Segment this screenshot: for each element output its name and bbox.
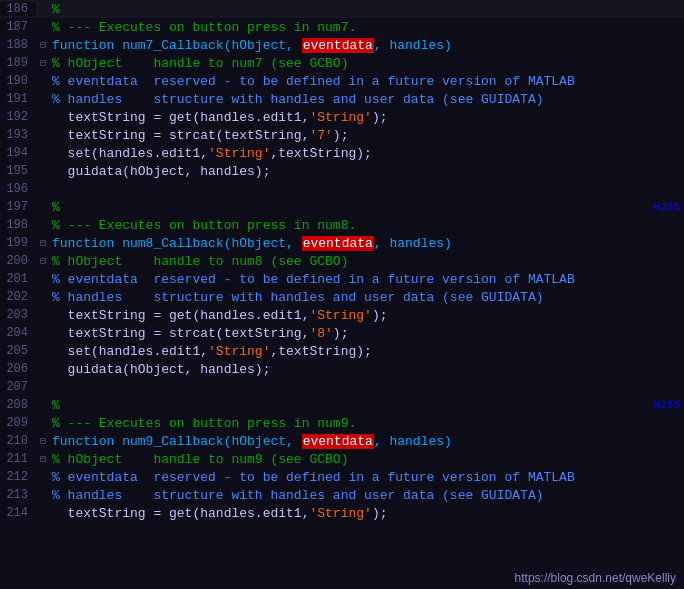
code-line-211: 211⊟% hObject handle to num9 (see GCBO) bbox=[0, 450, 684, 468]
code-content: set(handles.edit1,'String',textString); bbox=[50, 146, 684, 161]
line-number: 192 bbox=[0, 110, 36, 124]
code-line-209: 209% --- Executes on button press in num… bbox=[0, 414, 684, 432]
line-number: 195 bbox=[0, 164, 36, 178]
code-content: textString = strcat(textString,'7'); bbox=[50, 128, 684, 143]
code-line-187: 187% --- Executes on button press in num… bbox=[0, 18, 684, 36]
code-line-198: 198% --- Executes on button press in num… bbox=[0, 216, 684, 234]
code-content: textString = get(handles.edit1,'String')… bbox=[50, 308, 684, 323]
code-line-203: 203 textString = get(handles.edit1,'Stri… bbox=[0, 306, 684, 324]
code-content: function num9_Callback(hObject, eventdat… bbox=[50, 434, 684, 449]
fold-icon[interactable]: ⊟ bbox=[36, 435, 50, 447]
line-number: 196 bbox=[0, 182, 36, 196]
line-number: 214 bbox=[0, 506, 36, 520]
code-line-197: 197%H255 bbox=[0, 198, 684, 216]
code-lines: 186%187% --- Executes on button press in… bbox=[0, 0, 684, 522]
code-line-191: 191% handles structure with handles and … bbox=[0, 90, 684, 108]
code-line-201: 201% eventdata reserved - to be defined … bbox=[0, 270, 684, 288]
code-line-213: 213% handles structure with handles and … bbox=[0, 486, 684, 504]
code-line-204: 204 textString = strcat(textString,'8'); bbox=[0, 324, 684, 342]
code-line-196: 196 bbox=[0, 180, 684, 198]
line-number: 188 bbox=[0, 38, 36, 52]
code-content: % handles structure with handles and use… bbox=[50, 92, 684, 107]
line-number: 208 bbox=[0, 398, 36, 412]
code-content: textString = get(handles.edit1,'String')… bbox=[50, 506, 684, 521]
line-number: 193 bbox=[0, 128, 36, 142]
fold-icon[interactable]: ⊟ bbox=[36, 255, 50, 267]
line-number: 205 bbox=[0, 344, 36, 358]
code-content: % eventdata reserved - to be defined in … bbox=[50, 74, 684, 89]
line-number: 207 bbox=[0, 380, 36, 394]
line-number: 189 bbox=[0, 56, 36, 70]
code-content: % eventdata reserved - to be defined in … bbox=[50, 470, 684, 485]
code-content: textString = get(handles.edit1,'String')… bbox=[50, 110, 684, 125]
line-number: 203 bbox=[0, 308, 36, 322]
line-number: 198 bbox=[0, 218, 36, 232]
line-number: 186 bbox=[0, 2, 36, 16]
line-number: 206 bbox=[0, 362, 36, 376]
line-number: 190 bbox=[0, 74, 36, 88]
line-number: 209 bbox=[0, 416, 36, 430]
code-line-205: 205 set(handles.edit1,'String',textStrin… bbox=[0, 342, 684, 360]
line-number: 199 bbox=[0, 236, 36, 250]
code-content: % hObject handle to num8 (see GCBO) bbox=[50, 254, 684, 269]
code-line-202: 202% handles structure with handles and … bbox=[0, 288, 684, 306]
code-line-188: 188⊟function num7_Callback(hObject, even… bbox=[0, 36, 684, 54]
code-line-200: 200⊟% hObject handle to num8 (see GCBO) bbox=[0, 252, 684, 270]
line-number: 200 bbox=[0, 254, 36, 268]
code-line-210: 210⊟function num9_Callback(hObject, even… bbox=[0, 432, 684, 450]
line-number: 210 bbox=[0, 434, 36, 448]
code-line-189: 189⊟% hObject handle to num7 (see GCBO) bbox=[0, 54, 684, 72]
code-line-186: 186% bbox=[0, 0, 684, 18]
code-content: % handles structure with handles and use… bbox=[50, 290, 684, 305]
code-content: guidata(hObject, handles); bbox=[50, 362, 684, 377]
fold-icon[interactable]: ⊟ bbox=[36, 237, 50, 249]
code-line-214: 214 textString = get(handles.edit1,'Stri… bbox=[0, 504, 684, 522]
code-content: % hObject handle to num9 (see GCBO) bbox=[50, 452, 684, 467]
line-number: 187 bbox=[0, 20, 36, 34]
fold-icon[interactable]: ⊟ bbox=[36, 453, 50, 465]
code-line-212: 212% eventdata reserved - to be defined … bbox=[0, 468, 684, 486]
code-content: guidata(hObject, handles); bbox=[50, 164, 684, 179]
code-content: % eventdata reserved - to be defined in … bbox=[50, 272, 684, 287]
code-line-206: 206 guidata(hObject, handles); bbox=[0, 360, 684, 378]
line-number: 204 bbox=[0, 326, 36, 340]
code-content: textString = strcat(textString,'8'); bbox=[50, 326, 684, 341]
code-content: % hObject handle to num7 (see GCBO) bbox=[50, 56, 684, 71]
line-number: 194 bbox=[0, 146, 36, 160]
code-editor: 186%187% --- Executes on button press in… bbox=[0, 0, 684, 589]
code-line-207: 207 bbox=[0, 378, 684, 396]
code-content: % bbox=[50, 200, 684, 215]
code-content: % --- Executes on button press in num8. bbox=[50, 218, 684, 233]
line-number: 201 bbox=[0, 272, 36, 286]
code-content: % handles structure with handles and use… bbox=[50, 488, 684, 503]
code-line-195: 195 guidata(hObject, handles); bbox=[0, 162, 684, 180]
code-content: % --- Executes on button press in num7. bbox=[50, 20, 684, 35]
line-number: 212 bbox=[0, 470, 36, 484]
code-content: function num7_Callback(hObject, eventdat… bbox=[50, 38, 684, 53]
code-line-199: 199⊟function num8_Callback(hObject, even… bbox=[0, 234, 684, 252]
line-hint: H255 bbox=[652, 399, 682, 411]
line-hint: H255 bbox=[652, 201, 682, 213]
code-content: % bbox=[50, 2, 684, 17]
code-line-190: 190% eventdata reserved - to be defined … bbox=[0, 72, 684, 90]
fold-icon[interactable]: ⊟ bbox=[36, 39, 50, 51]
code-line-208: 208%H255 bbox=[0, 396, 684, 414]
watermark: https://blog.csdn.net/qweKelliy bbox=[515, 571, 676, 585]
code-content: % --- Executes on button press in num9. bbox=[50, 416, 684, 431]
code-content: function num8_Callback(hObject, eventdat… bbox=[50, 236, 684, 251]
code-content: set(handles.edit1,'String',textString); bbox=[50, 344, 684, 359]
line-number: 213 bbox=[0, 488, 36, 502]
code-content: % bbox=[50, 398, 684, 413]
code-line-193: 193 textString = strcat(textString,'7'); bbox=[0, 126, 684, 144]
fold-icon[interactable]: ⊟ bbox=[36, 57, 50, 69]
line-number: 211 bbox=[0, 452, 36, 466]
line-number: 202 bbox=[0, 290, 36, 304]
code-line-194: 194 set(handles.edit1,'String',textStrin… bbox=[0, 144, 684, 162]
line-number: 197 bbox=[0, 200, 36, 214]
code-line-192: 192 textString = get(handles.edit1,'Stri… bbox=[0, 108, 684, 126]
line-number: 191 bbox=[0, 92, 36, 106]
